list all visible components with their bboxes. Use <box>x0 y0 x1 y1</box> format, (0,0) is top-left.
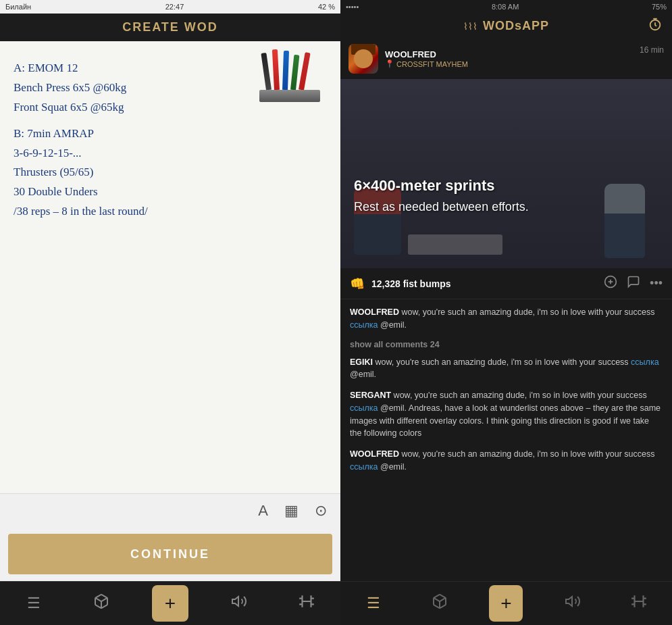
wod-content-area[interactable]: A: EMOM 12 Bench Press 6x5 @60kg Front S… <box>0 41 340 493</box>
comment-mention-woolfred2: @emil. <box>380 462 407 472</box>
show-all-comments[interactable]: show all comments 24 <box>350 340 663 349</box>
right-panel: ••••• 8:08 AM 75% ⌇⌇⌇ WODsAPP WOOLFRED 📍 <box>340 0 672 625</box>
location-text: CROSSFIT MAYHEM <box>396 60 468 68</box>
reps-line: 3-6-9-12-15-... <box>14 144 327 164</box>
box-icon <box>93 593 109 614</box>
post-stats: 👊 12,328 fist bumps ••• <box>340 268 672 299</box>
create-wod-title: CREATE WOD <box>122 20 218 34</box>
thrusters-line: Thrusters (95/65) <box>14 163 327 182</box>
pen-5 <box>299 52 311 91</box>
right-box-icon <box>432 593 448 614</box>
left-header: CREATE WOD <box>0 14 340 41</box>
continue-btn-container: CONTINUE <box>0 527 340 581</box>
plus-icon: + <box>165 593 176 614</box>
continue-button[interactable]: CONTINUE <box>8 534 332 574</box>
post-user-info: WOOLFRED 📍 CROSSFIT MAYHEM <box>385 49 633 68</box>
comment-text-sergant: wow, you're such an amazing dude, i'm so… <box>394 391 647 400</box>
post-username: WOOLFRED <box>385 49 633 59</box>
fist-count: 12,328 fist bumps <box>371 278 597 289</box>
image-overlay <box>340 79 672 268</box>
left-bottom-nav: ☰ + <box>0 581 340 625</box>
carrier-label: Билайн <box>5 3 31 11</box>
add-action-icon[interactable] <box>604 275 617 292</box>
comment-link-sergant[interactable]: ссылка <box>350 403 378 413</box>
right-plus-button[interactable]: + <box>489 585 523 622</box>
fist-bump-icon: 👊 <box>350 276 365 291</box>
right-nav-add[interactable]: + <box>489 586 523 620</box>
more-action-icon[interactable]: ••• <box>650 276 663 291</box>
left-status-bar: Билайн 22:47 42 % <box>0 0 340 14</box>
right-nav-menu[interactable]: ☰ <box>357 586 390 620</box>
left-nav-announce[interactable] <box>222 586 256 620</box>
svg-marker-1 <box>232 597 238 606</box>
pen-4 <box>290 55 299 91</box>
post-action-icons: ••• <box>604 275 663 292</box>
comment-mention-1: @emil. <box>380 320 407 330</box>
comment-link-1[interactable]: ссылка <box>350 320 378 330</box>
pen-1 <box>261 53 272 91</box>
workout-subtitle: Rest as needed between efforts. <box>354 200 529 214</box>
megaphone-icon <box>231 593 247 614</box>
timer-icon[interactable] <box>648 17 663 35</box>
comment-text-egiki: wow, you're such an amazing dude, i'm so… <box>376 357 631 367</box>
pen-2 <box>272 49 280 90</box>
section-b: B: 7min AMRAP 3-6-9-12-15-... Thrusters … <box>14 124 327 222</box>
grid-icon[interactable]: ▦ <box>284 502 299 520</box>
right-battery: 75% <box>652 3 667 11</box>
battery-label: 42 % <box>318 3 335 11</box>
show-comments-text: show all comments 24 <box>350 340 440 349</box>
comment-link-egiki[interactable]: ссылка <box>631 357 658 367</box>
score-line: /38 reps – 8 in the last round/ <box>14 202 327 222</box>
comment-sergant: SERGANT wow, you're such an amazing dude… <box>350 389 663 440</box>
comment-woolfred-second: WOOLFRED wow, you're such an amazing dud… <box>350 448 663 474</box>
right-nav-announce[interactable] <box>556 586 590 620</box>
svg-marker-7 <box>566 597 572 606</box>
right-dumbbell-icon <box>630 593 648 614</box>
comment-woolfred-first: WOOLFRED wow, you're such an amazing dud… <box>350 306 663 332</box>
comment-text-woolfred2: wow, you're such an amazing dude, i'm so… <box>401 449 654 459</box>
dumbbell-icon <box>298 593 315 614</box>
right-nav-box[interactable] <box>423 586 457 620</box>
pen-3 <box>282 51 289 90</box>
comments-area: WOOLFRED wow, you're such an amazing dud… <box>340 299 672 581</box>
wodsapp-title: WODsAPP <box>483 19 549 33</box>
left-nav-box[interactable] <box>84 586 118 620</box>
double-unders-line: 30 Double Unders <box>14 182 327 202</box>
left-nav-menu[interactable]: ☰ <box>17 586 51 620</box>
comment-link-woolfred2[interactable]: ссылка <box>350 462 378 472</box>
left-nav-workout[interactable] <box>290 586 324 620</box>
left-nav-add[interactable]: + <box>152 585 188 622</box>
comment-egiki: EGIKI wow, you're such an amazing dude, … <box>350 356 663 382</box>
right-nav-workout[interactable] <box>622 586 656 620</box>
comment-mention-sergant: @emil. <box>380 403 407 413</box>
comment-username-egiki: EGIKI <box>350 357 373 367</box>
workout-title: 6×400-meter sprints <box>354 177 529 195</box>
right-plus-icon: + <box>500 593 511 614</box>
right-signal-dots: ••••• <box>346 3 359 11</box>
right-header: ⌇⌇⌇ WODsAPP <box>340 14 672 39</box>
comment-username-sergant: SERGANT <box>350 391 391 400</box>
post-header: WOOLFRED 📍 CROSSFIT MAYHEM 16 min <box>340 39 672 79</box>
pen-holder <box>253 48 334 102</box>
comment-mention-egiki: @emil. <box>350 370 376 379</box>
camera-icon[interactable]: ⊙ <box>315 502 327 520</box>
left-panel: Билайн 22:47 42 % CREATE WOD A: EMOM 12 … <box>0 0 340 625</box>
location-icon: 📍 <box>385 59 394 68</box>
comment-text-1: wow, you're such an amazing dude, i'm so… <box>401 307 654 317</box>
right-bottom-nav: ☰ + <box>340 581 672 625</box>
right-time: 8:08 AM <box>492 3 519 11</box>
workout-image: 6×400-meter sprints Rest as needed betwe… <box>340 79 672 268</box>
waveform-icon: ⌇⌇⌇ <box>463 21 477 32</box>
right-menu-icon: ☰ <box>367 595 380 612</box>
post-time: 16 min <box>640 45 664 55</box>
menu-icon: ☰ <box>27 595 41 612</box>
post-location: 📍 CROSSFIT MAYHEM <box>385 59 633 68</box>
section-b-header: B: 7min AMRAP <box>14 124 327 144</box>
avatar-face <box>354 49 373 68</box>
wod-toolbar: A ▦ ⊙ <box>0 493 340 527</box>
text-format-icon[interactable]: A <box>258 502 268 520</box>
comment-action-icon[interactable] <box>627 275 640 292</box>
comment-username-woolfred2: WOOLFRED <box>350 449 399 459</box>
comment-username-1: WOOLFRED <box>350 307 399 317</box>
right-status-bar: ••••• 8:08 AM 75% <box>340 0 672 14</box>
